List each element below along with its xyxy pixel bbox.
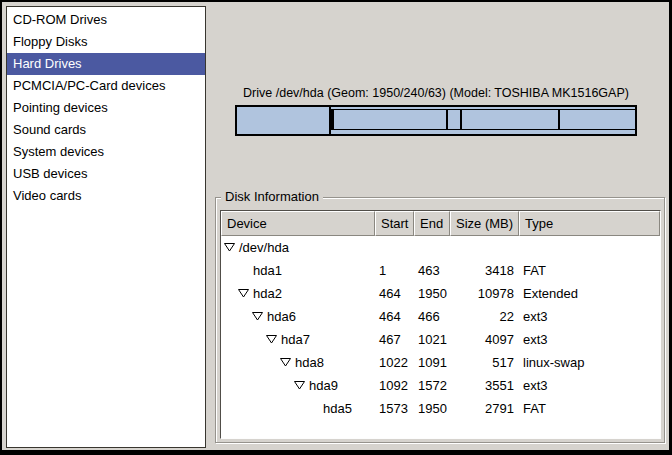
sidebar-item-video-cards[interactable]: Video cards bbox=[7, 185, 205, 207]
tree-indent bbox=[221, 270, 238, 271]
expander-triangle-icon[interactable] bbox=[266, 335, 277, 344]
sidebar-item-cd-rom-drives[interactable]: CD-ROM Drives bbox=[7, 9, 205, 31]
partition-segment-hda7 bbox=[333, 109, 446, 130]
column-header-type[interactable]: Type bbox=[519, 211, 660, 236]
cell-size: 4097 bbox=[450, 328, 519, 351]
expander-triangle-icon[interactable] bbox=[238, 289, 249, 298]
partition-segment-hda8 bbox=[447, 109, 461, 130]
table-row-hda1[interactable]: hda114633418FAT bbox=[221, 259, 660, 282]
table-row-hda8[interactable]: hda810221091517linux-swap bbox=[221, 351, 660, 374]
cell-type bbox=[519, 236, 660, 259]
device-name: hda6 bbox=[267, 305, 296, 328]
partition-segment-hda9 bbox=[461, 109, 559, 130]
cell-size: 2791 bbox=[450, 397, 519, 420]
device-name: hda7 bbox=[281, 328, 310, 351]
cell-device: hda7 bbox=[221, 328, 375, 351]
tree-indent bbox=[221, 316, 252, 317]
cell-end bbox=[414, 236, 450, 259]
tree-indent bbox=[221, 293, 238, 294]
cell-start: 1092 bbox=[375, 374, 414, 397]
device-name: /dev/hda bbox=[239, 236, 289, 259]
sidebar-item-floppy-disks[interactable]: Floppy Disks bbox=[7, 31, 205, 53]
cell-end: 1950 bbox=[414, 282, 450, 305]
cell-end: 1021 bbox=[414, 328, 450, 351]
column-header-end[interactable]: End bbox=[414, 211, 450, 236]
cell-start: 1573 bbox=[375, 397, 414, 420]
cell-type: linux-swap bbox=[519, 351, 660, 374]
device-name: hda5 bbox=[323, 397, 352, 420]
expander-slot[interactable] bbox=[252, 312, 267, 321]
cell-device: /dev/hda bbox=[221, 236, 375, 259]
cell-type: FAT bbox=[519, 259, 660, 282]
device-name: hda2 bbox=[253, 282, 282, 305]
disk-information-frame: Disk Information DeviceStartEndSize (MB)… bbox=[215, 197, 665, 443]
cell-size bbox=[450, 236, 519, 259]
table-row-hda6[interactable]: hda646446622ext3 bbox=[221, 305, 660, 328]
cell-device: hda2 bbox=[221, 282, 375, 305]
device-name: hda8 bbox=[295, 351, 324, 374]
column-header-device[interactable]: Device bbox=[221, 211, 375, 236]
cell-size: 22 bbox=[450, 305, 519, 328]
tree-indent bbox=[221, 339, 266, 340]
device-category-list: CD-ROM DrivesFloppy DisksHard DrivesPCMC… bbox=[6, 6, 206, 448]
expander-slot[interactable] bbox=[280, 358, 295, 367]
cell-end: 1091 bbox=[414, 351, 450, 374]
table-row-hda7[interactable]: hda746710214097ext3 bbox=[221, 328, 660, 351]
partition-table: DeviceStartEndSize (MB)Type /dev/hdahda1… bbox=[220, 210, 661, 439]
cell-device: hda8 bbox=[221, 351, 375, 374]
cell-device: hda5 bbox=[221, 397, 375, 420]
partition-segment-hda5 bbox=[559, 109, 636, 130]
hardware-browser-window: CD-ROM DrivesFloppy DisksHard DrivesPCMC… bbox=[0, 0, 672, 455]
table-row-dev-hda[interactable]: /dev/hda bbox=[221, 236, 660, 259]
sidebar-item-pointing-devices[interactable]: Pointing devices bbox=[7, 97, 205, 119]
cell-type: ext3 bbox=[519, 374, 660, 397]
sidebar-item-pcmcia-pc-card-devices[interactable]: PCMCIA/PC-Card devices bbox=[7, 75, 205, 97]
drive-title: Drive /dev/hda (Geom: 1950/240/63) (Mode… bbox=[220, 86, 652, 100]
cell-size: 3551 bbox=[450, 374, 519, 397]
table-row-hda9[interactable]: hda9109215723551ext3 bbox=[221, 374, 660, 397]
cell-device: hda6 bbox=[221, 305, 375, 328]
cell-end: 1572 bbox=[414, 374, 450, 397]
partition-table-body: /dev/hdahda114633418FAThda2464195010978E… bbox=[221, 236, 660, 420]
expander-slot[interactable] bbox=[238, 289, 253, 298]
tree-indent bbox=[221, 385, 294, 386]
cell-start: 1022 bbox=[375, 351, 414, 374]
expander-triangle-icon[interactable] bbox=[280, 358, 291, 367]
partition-segment-hda1 bbox=[237, 107, 331, 134]
device-name: hda9 bbox=[309, 374, 338, 397]
expander-slot[interactable] bbox=[294, 381, 309, 390]
cell-type: Extended bbox=[519, 282, 660, 305]
cell-start: 1 bbox=[375, 259, 414, 282]
tree-indent bbox=[221, 362, 280, 363]
cell-type: ext3 bbox=[519, 328, 660, 351]
cell-type: ext3 bbox=[519, 305, 660, 328]
sidebar-item-usb-devices[interactable]: USB devices bbox=[7, 163, 205, 185]
expander-triangle-icon[interactable] bbox=[252, 312, 263, 321]
expander-slot[interactable] bbox=[224, 243, 239, 252]
cell-device: hda1 bbox=[221, 259, 375, 282]
extended-partition-hda2 bbox=[331, 109, 635, 130]
table-row-hda2[interactable]: hda2464195010978Extended bbox=[221, 282, 660, 305]
column-header-start[interactable]: Start bbox=[375, 211, 414, 236]
cell-start: 467 bbox=[375, 328, 414, 351]
partition-bar bbox=[235, 105, 637, 136]
cell-device: hda9 bbox=[221, 374, 375, 397]
sidebar-item-hard-drives[interactable]: Hard Drives bbox=[7, 53, 205, 75]
cell-size: 3418 bbox=[450, 259, 519, 282]
device-name: hda1 bbox=[253, 259, 282, 282]
cell-start: 464 bbox=[375, 305, 414, 328]
expander-slot[interactable] bbox=[266, 335, 281, 344]
sidebar-item-system-devices[interactable]: System devices bbox=[7, 141, 205, 163]
disk-information-label: Disk Information bbox=[221, 189, 323, 204]
expander-triangle-icon[interactable] bbox=[294, 381, 305, 390]
cell-end: 1950 bbox=[414, 397, 450, 420]
column-header-size-mb[interactable]: Size (MB) bbox=[450, 211, 519, 236]
cell-start bbox=[375, 236, 414, 259]
partition-table-header: DeviceStartEndSize (MB)Type bbox=[221, 211, 660, 236]
sidebar-item-sound-cards[interactable]: Sound cards bbox=[7, 119, 205, 141]
expander-triangle-icon[interactable] bbox=[224, 243, 235, 252]
cell-start: 464 bbox=[375, 282, 414, 305]
cell-size: 10978 bbox=[450, 282, 519, 305]
table-row-hda5[interactable]: hda5157319502791FAT bbox=[221, 397, 660, 420]
cell-type: FAT bbox=[519, 397, 660, 420]
